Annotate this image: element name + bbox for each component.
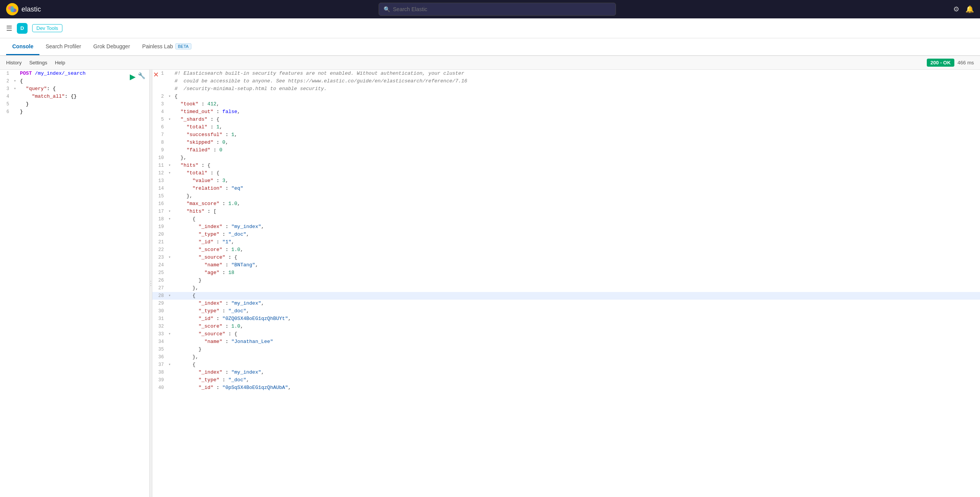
fold-toggle[interactable]: ▾ xyxy=(14,77,18,85)
top-nav-right: ⚙ 🔔 xyxy=(953,5,974,13)
response-fold-toggle xyxy=(168,307,174,315)
fold-toggle[interactable]: ▾ xyxy=(14,85,18,93)
settings-icon[interactable]: ⚙ xyxy=(953,5,959,13)
response-line-content[interactable]: "_score" : 1.0, xyxy=(174,323,980,330)
response-fold-toggle[interactable]: ▾ xyxy=(168,162,174,169)
response-line-content[interactable]: "_id" : "0ZQ0SX4BoEG1qzQhBUYt", xyxy=(174,315,980,323)
response-line-content[interactable]: "max_score" : 1.0, xyxy=(174,200,980,208)
tab-search-profiler[interactable]: Search Profiler xyxy=(39,38,87,55)
response-line: 38 "_index" : "my_index", xyxy=(152,369,980,376)
response-line-content[interactable]: }, xyxy=(174,353,980,361)
response-line-content[interactable]: "failed" : 0 xyxy=(174,146,980,154)
response-fold-toggle[interactable]: ▾ xyxy=(168,361,174,369)
search-input[interactable] xyxy=(393,6,611,12)
line-content[interactable]: } xyxy=(18,100,149,108)
response-line-content[interactable]: # /security-minimal-setup.html to enable… xyxy=(174,85,980,93)
response-fold-toggle[interactable]: ▾ xyxy=(168,208,174,215)
response-fold-toggle xyxy=(168,77,174,85)
response-fold-toggle[interactable]: ▾ xyxy=(168,116,174,123)
response-line-content[interactable]: "total" : { xyxy=(174,169,980,177)
response-line-content[interactable]: "_score" : 1.0, xyxy=(174,246,980,254)
response-line-content[interactable]: "skipped" : 0, xyxy=(174,139,980,146)
response-line-content[interactable]: } xyxy=(174,346,980,353)
response-fold-toggle[interactable]: ▾ xyxy=(168,330,174,338)
response-fold-toggle[interactable]: ▾ xyxy=(168,254,174,261)
response-line-content[interactable]: { xyxy=(174,292,980,300)
response-line-content[interactable]: }, xyxy=(174,284,980,292)
response-line-content[interactable]: "relation" : "eq" xyxy=(174,185,980,192)
response-line: 20 "_type" : "_doc", xyxy=(152,231,980,238)
close-response-button[interactable]: ✕ xyxy=(153,71,159,79)
response-line-content[interactable]: "name" : "Jonathan_Lee" xyxy=(174,338,980,346)
response-line-content[interactable]: { xyxy=(174,93,980,100)
response-line-content[interactable]: }, xyxy=(174,154,980,162)
response-fold-toggle[interactable]: ▾ xyxy=(168,169,174,177)
response-line-number: 17 xyxy=(152,208,168,215)
tab-painless-lab[interactable]: Painless Lab BETA xyxy=(136,38,198,55)
response-line-content[interactable]: "hits" : { xyxy=(174,162,980,169)
line-content[interactable]: "query": { xyxy=(18,85,149,93)
response-line-content[interactable]: "_index" : "my_index", xyxy=(174,369,980,376)
response-line-content[interactable]: "_type" : "_doc", xyxy=(174,307,980,315)
global-search-bar[interactable]: 🔍 xyxy=(379,3,616,16)
response-line-content[interactable]: } xyxy=(174,277,980,284)
notifications-icon[interactable]: 🔔 xyxy=(965,5,974,13)
settings-button[interactable]: Settings xyxy=(29,60,47,66)
response-line-content[interactable]: #! Elasticsearch built-in security featu… xyxy=(174,70,980,77)
response-line-content[interactable]: "_type" : "_doc", xyxy=(174,231,980,238)
editor-content[interactable]: 1 POST /my_index/_search 2 ▾ { 3 ▾ "quer… xyxy=(0,70,149,497)
response-line-content[interactable]: }, xyxy=(174,192,980,200)
help-button[interactable]: Help xyxy=(55,60,65,66)
response-line-content[interactable]: # could be accessible to anyone. See htt… xyxy=(174,77,980,85)
response-fold-toggle[interactable]: ▾ xyxy=(168,292,174,300)
response-line-content[interactable]: "successful" : 1, xyxy=(174,131,980,139)
response-line: 8 "skipped" : 0, xyxy=(152,139,980,146)
response-line-number: 20 xyxy=(152,231,168,238)
line-content[interactable]: } xyxy=(18,108,149,116)
line-number: 4 xyxy=(0,93,14,100)
dev-tools-badge[interactable]: Dev Tools xyxy=(32,24,62,32)
response-line-content[interactable]: "age" : 18 xyxy=(174,269,980,277)
response-line: 40 "_id" : "0pSqSX4BoEG1qzQhAUbA", xyxy=(152,384,980,392)
history-button[interactable]: History xyxy=(6,60,21,66)
line-content[interactable]: "match_all": {} xyxy=(18,93,149,100)
response-fold-toggle xyxy=(168,192,174,200)
response-line: 25 "age" : 18 xyxy=(152,269,980,277)
panel-divider[interactable]: ⋮ xyxy=(149,70,152,497)
response-fold-toggle[interactable]: ▾ xyxy=(168,215,174,223)
response-line-content[interactable]: "value" : 3, xyxy=(174,177,980,185)
elastic-logo[interactable]: elastic xyxy=(6,3,41,15)
response-line: 28 ▾ { xyxy=(152,292,980,300)
tab-console[interactable]: Console xyxy=(6,38,39,55)
response-line-content[interactable]: "hits" : [ xyxy=(174,208,980,215)
response-line-content[interactable]: { xyxy=(174,215,980,223)
user-avatar[interactable]: D xyxy=(17,23,28,34)
response-line: 3 "took" : 412, xyxy=(152,100,980,108)
response-line-content[interactable]: "_source" : { xyxy=(174,254,980,261)
response-line-content[interactable]: "total" : 1, xyxy=(174,123,980,131)
run-button[interactable]: ▶ xyxy=(130,72,136,81)
response-content[interactable]: 1 #! Elasticsearch built-in security fea… xyxy=(152,70,980,497)
response-line-content[interactable]: "name" : "BNTang", xyxy=(174,261,980,269)
response-line-number: 35 xyxy=(152,346,168,353)
response-line-content[interactable]: "_shards" : { xyxy=(174,116,980,123)
response-line-content[interactable]: "_id" : "1", xyxy=(174,238,980,246)
response-line-content[interactable]: "_id" : "0pSqSX4BoEG1qzQhAUbA", xyxy=(174,384,980,392)
response-fold-toggle xyxy=(168,154,174,162)
response-line-content[interactable]: { xyxy=(174,361,980,369)
response-line-number: 8 xyxy=(152,139,168,146)
response-line-content[interactable]: "_index" : "my_index", xyxy=(174,223,980,231)
response-line-number: 31 xyxy=(152,315,168,323)
response-fold-toggle[interactable]: ▾ xyxy=(168,93,174,100)
response-line-content[interactable]: "took" : 412, xyxy=(174,100,980,108)
hamburger-menu[interactable]: ☰ xyxy=(6,24,12,33)
wrench-button[interactable]: 🔧 xyxy=(138,72,145,79)
response-fold-toggle xyxy=(168,146,174,154)
response-line: 11 ▾ "hits" : { xyxy=(152,162,980,169)
response-line-content[interactable]: "_source" : { xyxy=(174,330,980,338)
response-line-content[interactable]: "timed_out" : false, xyxy=(174,108,980,116)
tab-grok-debugger[interactable]: Grok Debugger xyxy=(87,38,136,55)
response-line-content[interactable]: "_type" : "_doc", xyxy=(174,376,980,384)
response-line-content[interactable]: "_index" : "my_index", xyxy=(174,300,980,307)
response-fold-toggle xyxy=(168,315,174,323)
